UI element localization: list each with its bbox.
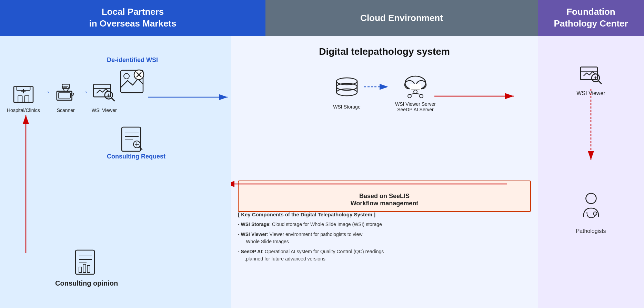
key-item-seedp-ai: - SeeDP AI: Operational AI system for Qu… <box>238 248 531 263</box>
scanner-icon <box>54 81 78 105</box>
consulting-request-icon-item <box>119 125 145 154</box>
pathologist-item: Pathologists <box>576 191 606 234</box>
wsi-storage-icon <box>333 74 361 101</box>
panel-middle: Digital telepathology system WSI Storage <box>231 36 538 308</box>
dashed-arrow-svg <box>364 83 392 90</box>
svg-rect-4 <box>18 96 22 102</box>
dashed-arrow-middle <box>364 83 392 90</box>
right-wsi-viewer-label: WSI Viewer <box>576 90 605 96</box>
svg-rect-5 <box>24 96 29 102</box>
header-right: Foundation Pathology Center <box>538 0 644 36</box>
svg-line-60 <box>410 93 415 94</box>
wsi-deidentified-icon <box>119 69 147 96</box>
key-components: [ Key Components of the Digital Telepath… <box>238 212 531 265</box>
pathologist-label: Pathologists <box>576 228 606 234</box>
top-bar: Local Partners in Overseas Markets Cloud… <box>0 0 644 36</box>
scanner-icon-item: Scanner <box>54 81 78 113</box>
left-icons-row: Hospital/Clinics → Scanner → <box>7 81 117 113</box>
wsi-storage-label: WSI Storage <box>333 104 360 110</box>
consulting-opinion-area: Consulting opinion <box>55 248 118 287</box>
hospital-label: Hospital/Clinics <box>7 107 40 113</box>
seedp-server-icon-item: WSI Viewer Server SeeDP AI Server <box>395 71 436 112</box>
wsi-storage-icon-item: WSI Storage <box>333 74 361 110</box>
right-wsi-viewer-item: WSI Viewer <box>576 63 605 96</box>
pathologist-icon <box>577 191 605 225</box>
seedp-server-label: WSI Viewer Server SeeDP AI Server <box>395 101 436 112</box>
hospital-icon <box>11 81 36 105</box>
svg-point-22 <box>124 73 129 79</box>
svg-line-61 <box>415 93 421 94</box>
middle-icons-row: WSI Storage <box>238 71 531 112</box>
svg-rect-34 <box>76 250 94 274</box>
svg-point-59 <box>420 94 423 98</box>
arrow-hospital-scanner: → <box>40 89 54 95</box>
svg-line-70 <box>598 81 601 84</box>
header-right-title: Foundation Pathology Center <box>554 6 628 30</box>
svg-rect-38 <box>79 267 82 273</box>
seedp-server-icon <box>400 71 431 99</box>
workflow-box: Based on SeeLIS Workflow management <box>238 181 531 212</box>
consulting-opinion-icon <box>73 248 100 276</box>
header-left-title: Local Partners in Overseas Markets <box>89 6 177 30</box>
svg-point-73 <box>586 193 596 204</box>
panel-right: WSI Viewer Pathologists <box>538 36 644 308</box>
header-left: Local Partners in Overseas Markets <box>0 0 265 36</box>
key-item-wsi-viewer: - WSI Viewer: Viewer environment for pat… <box>238 231 531 245</box>
wsi-viewer-left-icon-item: WSI Viewer <box>92 81 117 113</box>
svg-line-18 <box>111 98 114 101</box>
wsi-viewer-left-label: WSI Viewer <box>92 107 117 113</box>
panel-left: De-identified WSI Hospital/Clinics → <box>0 36 231 308</box>
consulting-opinion-label: Consulting opinion <box>55 279 118 287</box>
svg-rect-56 <box>410 84 421 90</box>
system-title: Digital telepathology system <box>238 46 531 57</box>
svg-rect-40 <box>87 266 90 273</box>
hospital-icon-item: Hospital/Clinics <box>7 81 40 113</box>
right-wsi-viewer-icon <box>577 63 605 88</box>
wsi-viewer-left-icon <box>92 81 116 105</box>
key-components-title: [ Key Components of the Digital Telepath… <box>238 212 531 217</box>
scanner-label: Scanner <box>57 107 75 113</box>
wsi-image-icon-item <box>119 69 147 97</box>
workflow-title: Based on SeeLIS Workflow management <box>245 185 523 207</box>
svg-rect-39 <box>83 264 86 273</box>
svg-point-58 <box>408 94 411 98</box>
svg-point-57 <box>414 90 417 93</box>
main-area: De-identified WSI Hospital/Clinics → <box>0 36 644 308</box>
header-middle-title: Cloud Environment <box>360 13 443 23</box>
de-identified-label: De-identified WSI <box>107 57 158 64</box>
key-item-wsi-storage: - WSI Storage: Cloud storage for Whole S… <box>238 221 531 228</box>
consulting-request-icon <box>119 125 145 153</box>
header-middle: Cloud Environment <box>265 0 538 36</box>
arrow-scanner-wsi: → <box>78 89 92 95</box>
consulting-request-label: Consulting Request <box>107 153 165 160</box>
svg-rect-8 <box>58 93 70 98</box>
